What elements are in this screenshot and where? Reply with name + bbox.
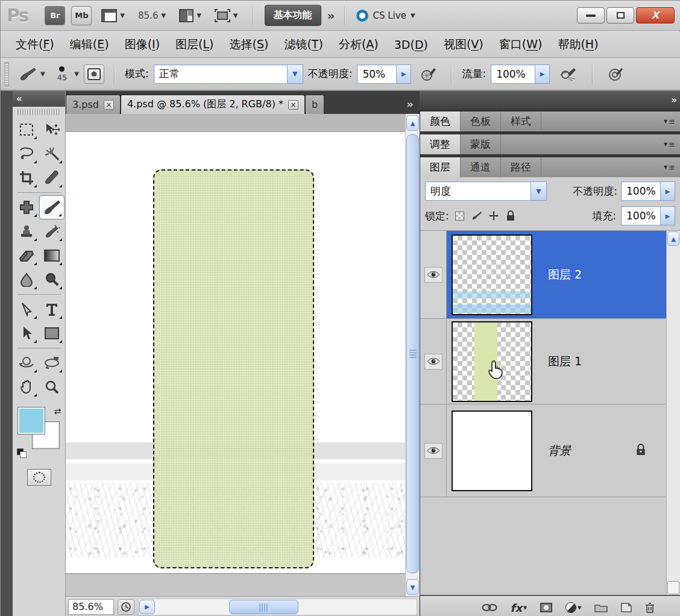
- tab-4psd[interactable]: 4.psd @ 85.6% (图层 2, RGB/8) * ×: [121, 95, 305, 114]
- tab-masks[interactable]: 蒙版: [461, 134, 501, 154]
- layer1-visibility-cell[interactable]: [420, 319, 447, 404]
- pen-tool[interactable]: [14, 297, 39, 321]
- pressure-opacity-button[interactable]: [416, 64, 441, 84]
- opacity-value[interactable]: 50%: [357, 64, 397, 84]
- tool-preset-picker[interactable]: ▼: [14, 64, 50, 84]
- swap-colors-icon[interactable]: ⇄: [54, 406, 61, 416]
- add-layer-mask-button[interactable]: [540, 603, 552, 612]
- layer2-thumbnail[interactable]: [452, 234, 532, 315]
- delete-layer-button[interactable]: [645, 602, 655, 613]
- move-tool[interactable]: [39, 118, 65, 142]
- launch-bridge-button[interactable]: Br: [45, 6, 65, 25]
- background-name[interactable]: 背景: [548, 443, 571, 459]
- lock-transparency-button[interactable]: [454, 210, 466, 222]
- layer2-name[interactable]: 图层 2: [548, 267, 582, 283]
- tab-overflow-button[interactable]: »: [399, 98, 420, 114]
- shape-tool[interactable]: [39, 321, 65, 345]
- panel-dock-header[interactable]: »: [420, 91, 680, 109]
- dodge-tool[interactable]: [39, 268, 65, 292]
- path-selection-tool[interactable]: [14, 321, 39, 345]
- layer-style-button[interactable]: fx▼: [511, 602, 527, 614]
- airbrush-button[interactable]: [555, 64, 582, 84]
- clone-stamp-tool[interactable]: [14, 219, 39, 244]
- flow-control[interactable]: 100% ▶: [491, 64, 550, 84]
- history-brush-tool[interactable]: [39, 219, 65, 244]
- brush-preset-picker[interactable]: 45: [55, 65, 70, 83]
- lock-pixels-button[interactable]: [471, 210, 483, 222]
- blend-mode-select[interactable]: 正常 ▼: [154, 64, 303, 84]
- zoom-tool[interactable]: [39, 375, 65, 399]
- flow-value[interactable]: 100%: [491, 64, 535, 84]
- layers-scrollbar[interactable]: ▲: [666, 231, 680, 595]
- vertical-scroll-thumb[interactable]: [406, 134, 419, 573]
- patch-tool[interactable]: [14, 195, 39, 219]
- tools-panel-grip[interactable]: [17, 109, 60, 115]
- menu-item-3d[interactable]: 3D(D): [388, 35, 435, 54]
- menu-item-help[interactable]: 帮助(H): [551, 34, 605, 55]
- status-info-button[interactable]: [118, 599, 134, 615]
- vertical-scrollbar[interactable]: ▲ ▼: [405, 114, 420, 596]
- lock-all-button[interactable]: [505, 210, 517, 222]
- cs-live-button[interactable]: CS Live ▼: [356, 10, 415, 22]
- tab-styles[interactable]: 样式: [501, 112, 541, 131]
- eraser-tool[interactable]: [14, 244, 39, 268]
- brush-preset-dropdown-arrow[interactable]: ▼: [74, 71, 79, 77]
- foreground-color-swatch[interactable]: [18, 407, 45, 434]
- status-zoom-input[interactable]: 85.6%: [68, 599, 114, 615]
- layer-blend-mode-select[interactable]: 明度 ▼: [425, 181, 547, 201]
- tab-channels[interactable]: 通道: [461, 157, 501, 177]
- menu-item-layer[interactable]: 图层(L): [169, 34, 220, 55]
- menu-item-select[interactable]: 选择(S): [223, 34, 275, 55]
- layers-scroll-up-button[interactable]: ▲: [667, 231, 679, 246]
- selection-marching-ants[interactable]: [153, 169, 314, 568]
- type-tool[interactable]: [39, 297, 65, 321]
- 3d-rotate-tool[interactable]: [14, 351, 39, 375]
- eye-icon[interactable]: [424, 443, 442, 459]
- restore-button[interactable]: [606, 7, 634, 24]
- toggle-brush-panel-button[interactable]: [84, 64, 104, 84]
- layer-row-layer2[interactable]: 图层 2: [420, 231, 680, 319]
- tab-layers[interactable]: 图层: [420, 157, 461, 177]
- workspace-overflow-button[interactable]: »: [327, 8, 334, 23]
- tab-color[interactable]: 颜色: [420, 112, 461, 131]
- opacity-control[interactable]: 50% ▶: [357, 64, 411, 84]
- layer-opacity-slider-arrow[interactable]: ▶: [661, 181, 675, 201]
- new-adjustment-layer-button[interactable]: ▼: [565, 602, 581, 613]
- blur-tool[interactable]: [14, 268, 39, 292]
- scroll-up-button[interactable]: ▲: [406, 115, 419, 131]
- workspace-essentials-button[interactable]: 基本功能: [265, 5, 321, 26]
- marquee-tool[interactable]: [14, 118, 39, 142]
- document-canvas[interactable]: [66, 132, 405, 573]
- tab-3psd-close-icon[interactable]: ×: [104, 100, 114, 110]
- tab-3psd[interactable]: 3.psd ×: [66, 95, 121, 114]
- layer-opacity-control[interactable]: 100% ▶: [621, 181, 675, 201]
- blend-mode-dropdown-arrow[interactable]: ▼: [288, 64, 303, 84]
- hand-tool[interactable]: [14, 375, 39, 399]
- tab-4psd-close-icon[interactable]: ×: [288, 100, 298, 110]
- minimize-button[interactable]: [577, 7, 605, 24]
- options-bar-grip[interactable]: [4, 62, 9, 86]
- color-panel-menu-button[interactable]: ▼≡: [659, 112, 680, 131]
- background-thumbnail[interactable]: [452, 410, 532, 491]
- opacity-slider-arrow[interactable]: ▶: [397, 64, 411, 84]
- layer1-name[interactable]: 图层 1: [548, 354, 582, 369]
- menu-item-file[interactable]: 文件(F): [9, 34, 61, 55]
- new-layer-button[interactable]: [621, 603, 632, 612]
- scroll-right-button[interactable]: ▶: [139, 600, 155, 614]
- new-group-button[interactable]: [594, 603, 608, 612]
- crop-tool[interactable]: [14, 166, 39, 190]
- eye-icon[interactable]: [424, 267, 442, 283]
- scroll-down-button[interactable]: ▼: [406, 579, 419, 595]
- menu-item-view[interactable]: 视图(V): [437, 34, 490, 55]
- tools-panel-header[interactable]: «: [13, 91, 65, 107]
- layer-fill-control[interactable]: 100% ▶: [621, 206, 675, 225]
- magic-wand-tool[interactable]: [39, 142, 65, 166]
- flow-slider-arrow[interactable]: ▶: [535, 64, 550, 84]
- eyedropper-tool[interactable]: [39, 166, 65, 190]
- layer-row-layer1[interactable]: 图层 1: [420, 319, 680, 404]
- background-visibility-cell[interactable]: [420, 404, 447, 497]
- zoom-level-control[interactable]: 85.6 ▼: [134, 8, 169, 23]
- quick-mask-button[interactable]: [27, 469, 51, 486]
- tab-paths[interactable]: 路径: [501, 157, 541, 177]
- layer-row-background[interactable]: 背景: [420, 404, 680, 497]
